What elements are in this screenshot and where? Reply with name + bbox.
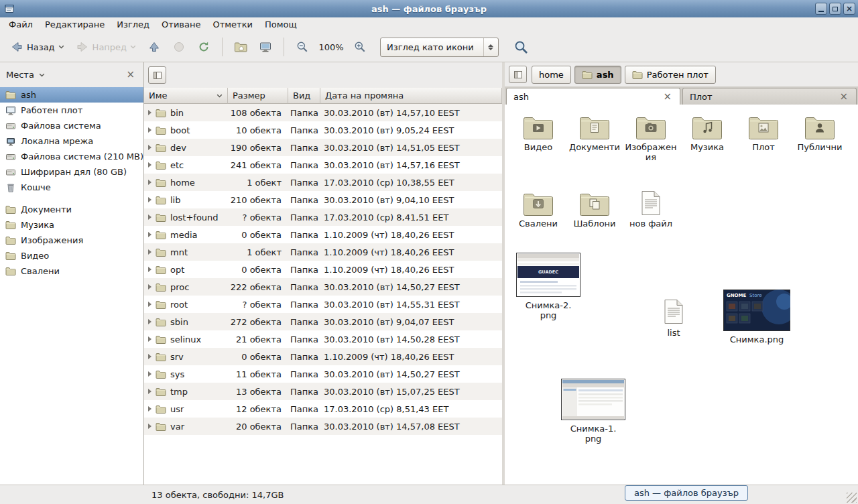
file-item[interactable]: list <box>654 299 694 338</box>
tree-row[interactable]: etc241 обектаПапка30.03.2010 (вт) 14,57,… <box>144 156 502 174</box>
expander-icon[interactable] <box>148 267 151 272</box>
expander-icon[interactable] <box>148 319 151 324</box>
tree-row[interactable]: bin108 обектаПапка30.03.2010 (вт) 14,57,… <box>144 104 502 121</box>
expander-icon[interactable] <box>148 145 151 150</box>
file-item[interactable]: Снимка-1.png <box>561 379 625 444</box>
tree-row[interactable]: proc222 обектаПапка30.03.2010 (вт) 14,50… <box>144 278 502 296</box>
forward-button[interactable]: Напред <box>71 38 141 56</box>
tree-row[interactable]: var20 обектаПапка30.03.2010 (вт) 14,57,0… <box>144 418 502 435</box>
expander-icon[interactable] <box>148 162 151 168</box>
expander-icon[interactable] <box>148 249 151 255</box>
sidebar-item[interactable]: Музика <box>0 217 143 233</box>
tree-row[interactable]: selinux21 обектаПапка30.03.2010 (вт) 14,… <box>144 330 502 348</box>
tree-row[interactable]: lost+found? обектаПапка17.03.2010 (ср) 8… <box>144 208 502 226</box>
expander-icon[interactable] <box>148 371 151 377</box>
back-button[interactable]: Назад <box>5 38 69 56</box>
tab-close-button[interactable]: × <box>838 92 849 102</box>
search-button[interactable] <box>510 36 533 58</box>
icon-view-item[interactable]: Изображения <box>623 114 679 162</box>
expander-icon[interactable] <box>148 180 151 185</box>
maximize-button[interactable] <box>829 3 841 15</box>
menu-item[interactable]: Изглед <box>111 17 156 32</box>
tree-row[interactable]: home1 обектПапка17.03.2010 (ср) 10,38,55… <box>144 174 502 191</box>
column-header-name[interactable]: Име <box>144 88 228 104</box>
computer-button[interactable] <box>254 36 277 58</box>
up-button[interactable] <box>143 36 166 58</box>
tree-row[interactable]: opt0 обектаПапка1.10.2009 (чт) 18,40,26 … <box>144 261 502 278</box>
tree-row[interactable]: sys11 обектаПапка30.03.2010 (вт) 14,50,2… <box>144 365 502 383</box>
tree-row[interactable]: lib210 обектаПапка30.03.2010 (вт) 9,04,1… <box>144 191 502 208</box>
close-button[interactable]: × <box>843 3 855 15</box>
taskbar-window-label[interactable]: ash — файлов браузър <box>625 485 748 501</box>
zoom-out-button[interactable] <box>291 36 314 58</box>
expander-icon[interactable] <box>148 284 151 290</box>
expander-icon[interactable] <box>148 214 151 220</box>
sidebar-item[interactable]: Локална мрежа <box>0 133 143 149</box>
expander-icon[interactable] <box>148 406 151 412</box>
tree-row[interactable]: usr12 обектаПапка17.03.2010 (ср) 8,51,43… <box>144 400 502 418</box>
reload-button[interactable] <box>192 36 215 58</box>
minimize-button[interactable] <box>815 3 827 15</box>
sidebar-item[interactable]: ash <box>0 87 143 103</box>
column-header-size[interactable]: Размер <box>228 88 288 104</box>
expander-icon[interactable] <box>148 110 151 115</box>
expander-icon[interactable] <box>148 232 151 237</box>
pane-toggle-button[interactable] <box>148 66 166 84</box>
view-mode-select[interactable]: Изглед като икони <box>380 38 499 57</box>
column-header-type[interactable]: Вид <box>288 88 320 104</box>
icon-view-item[interactable]: Документи <box>566 114 623 162</box>
home-button[interactable] <box>229 36 252 58</box>
sidebar-item[interactable]: Кошче <box>0 180 143 195</box>
expander-icon[interactable] <box>148 424 151 429</box>
sidebar-item[interactable]: Файлова система <box>0 118 143 133</box>
tree-row[interactable]: boot10 обектаПапка30.03.2010 (вт) 9,05,2… <box>144 121 502 139</box>
tree-row[interactable]: sbin272 обектаПапка30.03.2010 (вт) 9,04,… <box>144 313 502 330</box>
sidebar-mode-select[interactable]: Места × <box>0 62 143 87</box>
sidebar-item[interactable]: Изображения <box>0 233 143 248</box>
tree-row[interactable]: mnt1 обектПапка1.10.2009 (чт) 18,40,26 E… <box>144 243 502 261</box>
resize-grip[interactable] <box>847 493 857 503</box>
breadcrumb-button[interactable]: Работен плот <box>625 66 716 84</box>
tree-row[interactable]: dev190 обектаПапка30.03.2010 (вт) 14,51,… <box>144 139 502 156</box>
icon-view-item[interactable]: Шаблони <box>566 190 623 229</box>
tab-active[interactable]: ash× <box>506 88 680 105</box>
tab-inactive[interactable]: Плот× <box>682 88 857 105</box>
sidebar-item[interactable]: Документи <box>0 202 143 217</box>
sidebar-item[interactable]: Шифриран дял (80 GB) <box>0 164 143 180</box>
icon-view-item[interactable]: нов файл <box>623 190 679 229</box>
sidebar-item[interactable]: Работен плот <box>0 103 143 118</box>
menu-item[interactable]: Файл <box>3 17 39 32</box>
tree-row[interactable]: root? обектаПапка30.03.2010 (вт) 14,55,3… <box>144 296 502 313</box>
expander-icon[interactable] <box>148 354 151 359</box>
stop-button[interactable] <box>168 36 190 58</box>
pathbar-toggle-button[interactable] <box>509 66 527 83</box>
sidebar-item[interactable]: Видео <box>0 248 143 263</box>
tab-close-button[interactable]: × <box>662 92 673 102</box>
expander-icon[interactable] <box>148 127 151 133</box>
icon-view-item[interactable]: Плот <box>735 114 792 162</box>
breadcrumb-button[interactable]: ash <box>574 66 621 84</box>
icon-view-item[interactable]: Публични <box>792 114 848 162</box>
icon-view-item[interactable]: Музика <box>679 114 735 162</box>
breadcrumb-button[interactable]: home <box>532 66 571 84</box>
file-item[interactable]: GNOMEStoreСнимка.png <box>723 290 790 344</box>
file-item[interactable]: GUADECСнимка-2.png <box>516 253 580 320</box>
sidebar-item[interactable]: Свалени <box>0 263 143 279</box>
zoom-in-button[interactable] <box>349 36 371 58</box>
column-header-date[interactable]: Дата на промяна <box>320 88 502 104</box>
menu-item[interactable]: Отметки <box>206 17 258 32</box>
expander-icon[interactable] <box>148 302 151 307</box>
expander-icon[interactable] <box>148 389 151 394</box>
tree-row[interactable]: tmp13 обектаПапка30.03.2010 (вт) 15,07,2… <box>144 383 502 400</box>
icon-view-item[interactable]: Видео <box>510 114 566 162</box>
menu-item[interactable]: Помощ <box>259 17 303 32</box>
tree-row[interactable]: media0 обектаПапка1.10.2009 (чт) 18,40,2… <box>144 226 502 243</box>
menu-item[interactable]: Редактиране <box>39 17 111 32</box>
sidebar-item[interactable]: Файлова система (210 MB) <box>0 149 143 164</box>
tree-row[interactable]: srv0 обектаПапка1.10.2009 (чт) 18,40,26 … <box>144 348 502 365</box>
titlebar[interactable]: ash — файлов браузър × <box>0 0 858 17</box>
sidebar-close-button[interactable]: × <box>123 68 137 81</box>
icon-view-item[interactable]: Свалени <box>510 190 566 229</box>
expander-icon[interactable] <box>148 197 151 202</box>
menu-item[interactable]: Отиване <box>156 17 206 32</box>
